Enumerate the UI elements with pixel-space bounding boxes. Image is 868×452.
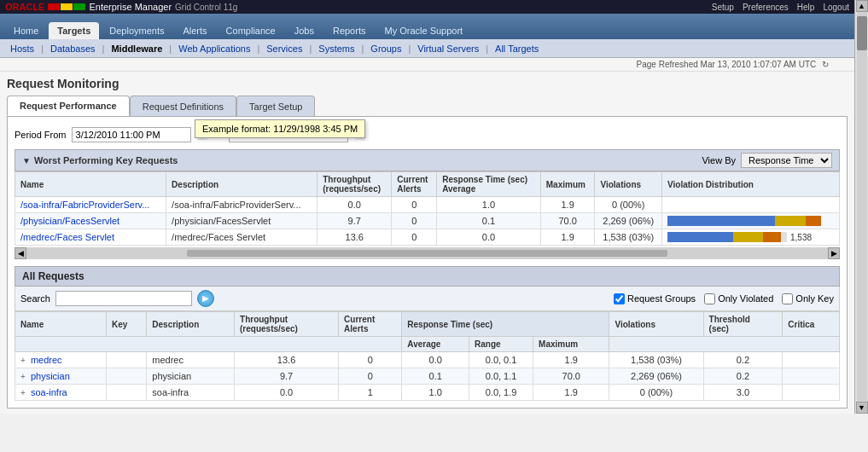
sub-nav-hosts[interactable]: Hosts	[3, 42, 41, 55]
stripe-green	[73, 3, 85, 10]
only-violated-checkbox[interactable]	[704, 293, 715, 304]
ar-row3-name-link[interactable]: soa-infra	[31, 387, 67, 397]
ar-row2-name-link[interactable]: physician	[31, 371, 70, 381]
sub-nav-groups[interactable]: Groups	[364, 42, 408, 55]
nav-tab-home[interactable]: Home	[5, 22, 47, 39]
hscroll-left[interactable]: ◀	[15, 247, 26, 259]
go-button[interactable]: ▶	[197, 290, 214, 307]
sub-nav-services[interactable]: Services	[259, 42, 309, 55]
worst-section-header: ▼ Worst Performing Key Requests View By …	[15, 149, 840, 171]
checkbox-options: Request Groups Only Violated Only Key	[614, 293, 834, 304]
top-header: ORACLE Enterprise Manager Grid Control 1…	[0, 0, 854, 14]
row1-name-link[interactable]: /soa-infra/FabricProviderServ...	[20, 200, 149, 210]
tooltip-text: Example format: 11/29/1998 3:45 PM	[202, 124, 358, 134]
row3-max: 1.9	[540, 229, 595, 246]
collapse-worst-icon[interactable]: ▼	[22, 156, 31, 165]
period-from-input[interactable]	[72, 127, 191, 142]
search-row: Search ▶ Request Groups Only Violated	[15, 287, 840, 311]
col-ar-max: Maximum	[533, 337, 609, 352]
row3-alerts: 0	[392, 229, 437, 246]
ar-row1-name-link[interactable]: medrec	[31, 355, 62, 365]
ar-row3-key	[106, 385, 146, 401]
help-link[interactable]: Help	[797, 3, 815, 12]
logout-link[interactable]: Logout	[823, 3, 849, 12]
em-label: Enterprise Manager	[89, 2, 172, 12]
col-ar-response-time-header: Response Time (sec)	[402, 312, 609, 337]
worst-row-3: /medrec/Faces Servlet /medrec/Faces Serv…	[15, 229, 840, 246]
ar-row3-throughput: 0.0	[235, 385, 339, 401]
tab-request-definitions[interactable]: Request Definitions	[130, 96, 236, 116]
expand-icon-1[interactable]: +	[20, 356, 26, 365]
expand-icon-3[interactable]: +	[20, 388, 26, 397]
all-requests-table: Name Key Description Throughput(requests…	[15, 311, 840, 401]
nav-tab-jobs[interactable]: Jobs	[286, 22, 323, 39]
row1-throughput: 0.0	[317, 197, 392, 213]
grid-label: Grid Control 11g	[175, 3, 237, 12]
ar-row3-violations: 0 (00%)	[609, 385, 703, 401]
col-ar-range: Range	[469, 337, 533, 352]
hscroll-right[interactable]: ▶	[828, 247, 840, 259]
nav-tab-compliance[interactable]: Compliance	[218, 22, 284, 39]
sub-nav-databases[interactable]: Databases	[44, 42, 102, 55]
row3-desc: /medrec/Faces Servlet	[166, 229, 317, 246]
expand-icon-2[interactable]: +	[20, 372, 26, 381]
col-violation-dist: Violation Distribution	[662, 172, 840, 197]
row2-avg: 0.1	[437, 213, 541, 229]
sub-nav-web-applications[interactable]: Web Applications	[172, 42, 257, 55]
row1-violations: 0 (00%)	[595, 197, 662, 213]
checkbox-request-groups[interactable]: Request Groups	[614, 293, 696, 304]
nav-tab-oracle-support[interactable]: My Oracle Support	[376, 22, 471, 39]
row2-alerts: 0	[392, 213, 437, 229]
tab-target-setup[interactable]: Target Setup	[236, 96, 315, 116]
ar-row3-threshold: 3.0	[703, 385, 783, 401]
row3-name-link[interactable]: /medrec/Faces Servlet	[20, 232, 114, 242]
ar-row-1: + medrec medrec 13.6 0 0.0 0.0, 0.1 1.9 …	[15, 352, 840, 368]
tabs-row: Request Performance Request Definitions …	[7, 96, 848, 116]
row3-vbar-label: 1,538	[790, 233, 812, 242]
tab-request-performance[interactable]: Request Performance	[7, 96, 130, 116]
ar-row3-range: 0.0, 1.9	[469, 385, 533, 401]
ar-row1-name: + medrec	[15, 352, 107, 368]
worst-performing-table: Name Description Throughput(requests/sec…	[15, 171, 840, 246]
checkbox-only-violated[interactable]: Only Violated	[704, 293, 773, 304]
col-ar-name: Name	[15, 312, 107, 337]
tab-content: Period From 📅 To 📅 ▼ Worst Performing Ke…	[7, 116, 848, 409]
vscroll-up[interactable]: ▲	[856, 0, 868, 12]
checkbox-only-key[interactable]: Only Key	[782, 293, 834, 304]
vscroll-down[interactable]: ▼	[856, 402, 868, 414]
logo-stripes	[48, 3, 85, 10]
row2-name-link[interactable]: /physician/FacesServlet	[20, 216, 119, 226]
worst-section-title: Worst Performing Key Requests	[34, 155, 178, 165]
period-row: Period From 📅 To 📅	[15, 124, 840, 142]
vscroll-thumb	[857, 16, 867, 50]
only-key-checkbox[interactable]	[782, 293, 793, 304]
nav-tab-targets[interactable]: Targets	[49, 22, 99, 39]
ar-row3-avg: 1.0	[402, 385, 469, 401]
ar-row2-desc: physician	[147, 368, 235, 385]
col-current-alerts: CurrentAlerts	[392, 172, 437, 197]
sub-nav-all-targets[interactable]: All Targets	[488, 42, 545, 55]
sub-nav-middleware[interactable]: Middleware	[104, 42, 169, 55]
col-ar-throughput: Throughput(requests/sec)	[235, 312, 339, 337]
oracle-logo: ORACLE Enterprise Manager Grid Control 1…	[5, 2, 237, 12]
refresh-icon[interactable]: ↻	[822, 60, 829, 69]
main-nav: Home Targets Deployments Alerts Complian…	[0, 14, 854, 39]
setup-link[interactable]: Setup	[712, 3, 734, 12]
viewby-select[interactable]: Response Time Throughput Violations	[741, 153, 832, 168]
sub-nav-virtual-servers[interactable]: Virtual Servers	[411, 42, 486, 55]
row1-avg: 1.0	[437, 197, 541, 213]
nav-tab-alerts[interactable]: Alerts	[174, 22, 215, 39]
ar-row2-threshold: 0.2	[703, 368, 783, 385]
col-description: Description	[166, 172, 317, 197]
viewby-row: View By Response Time Throughput Violati…	[702, 153, 832, 168]
ar-row2-critical	[783, 368, 840, 385]
ar-row1-violations: 1,538 (03%)	[609, 352, 703, 368]
search-input[interactable]	[55, 291, 192, 306]
preferences-link[interactable]: Preferences	[743, 3, 789, 12]
nav-tab-reports[interactable]: Reports	[324, 22, 375, 39]
worst-row-1: /soa-infra/FabricProviderServ... /soa-in…	[15, 197, 840, 213]
sub-nav-systems[interactable]: Systems	[312, 42, 361, 55]
nav-tab-deployments[interactable]: Deployments	[101, 22, 172, 39]
ar-row3-name: + soa-infra	[15, 385, 107, 401]
request-groups-checkbox[interactable]	[614, 293, 625, 304]
